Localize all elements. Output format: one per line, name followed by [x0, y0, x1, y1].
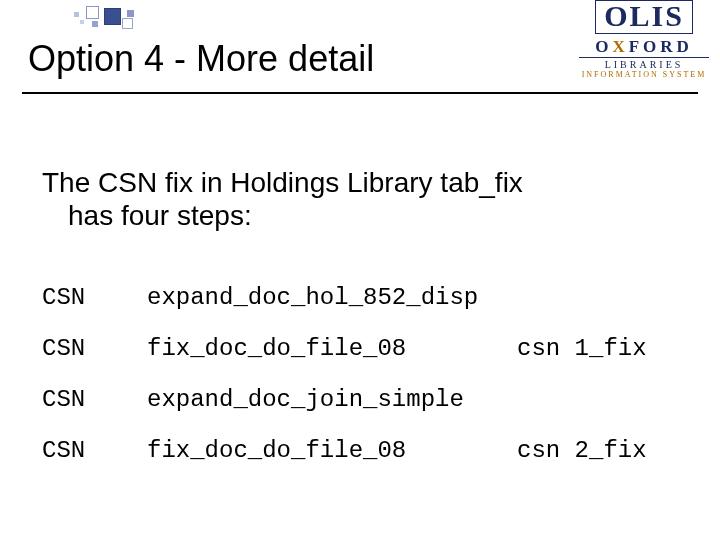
slide-title: Option 4 - More detail [28, 38, 374, 80]
deco-square [92, 21, 98, 27]
cell-csn: CSN [42, 323, 147, 374]
cell-param [517, 374, 687, 425]
logo-rule [579, 57, 709, 58]
title-underline [22, 92, 698, 94]
deco-square [104, 8, 121, 25]
cell-csn: CSN [42, 374, 147, 425]
logo-olis: OLIS [595, 0, 693, 34]
slide: OLIS OXFORD LIBRARIES INFORMATION SYSTEM… [0, 0, 720, 540]
cell-func: fix_doc_do_file_08 [147, 425, 517, 476]
logo-ox-rest: FORD [629, 37, 693, 56]
logo: OLIS OXFORD LIBRARIES INFORMATION SYSTEM [568, 0, 720, 79]
logo-ox-o: O [595, 37, 612, 56]
cell-param: csn 1_fix [517, 323, 687, 374]
deco-square [122, 18, 133, 29]
table-row: CSN fix_doc_do_file_08 csn 2_fix [42, 425, 687, 476]
table-row: CSN expand_doc_hol_852_disp [42, 272, 687, 323]
logo-sub1: LIBRARIES [568, 59, 720, 70]
table-row: CSN fix_doc_do_file_08 csn 1_fix [42, 323, 687, 374]
cell-param [517, 272, 687, 323]
decorative-squares [22, 6, 162, 36]
cell-param: csn 2_fix [517, 425, 687, 476]
steps-table: CSN expand_doc_hol_852_disp CSN fix_doc_… [42, 272, 687, 476]
cell-csn: CSN [42, 272, 147, 323]
cell-func: expand_doc_hol_852_disp [147, 272, 517, 323]
cell-func: fix_doc_do_file_08 [147, 323, 517, 374]
intro-line-1: The CSN fix in Holdings Library tab_fix [42, 166, 682, 199]
logo-sub2: INFORMATION SYSTEM [568, 70, 720, 79]
intro-text: The CSN fix in Holdings Library tab_fix … [42, 166, 682, 232]
deco-square [74, 12, 79, 17]
deco-square [86, 6, 99, 19]
table-row: CSN expand_doc_join_simple [42, 374, 687, 425]
deco-square [80, 20, 84, 24]
cell-func: expand_doc_join_simple [147, 374, 517, 425]
cell-csn: CSN [42, 425, 147, 476]
intro-line-2: has four steps: [42, 199, 682, 232]
deco-square [127, 10, 134, 17]
logo-ox-x: X [612, 37, 628, 56]
logo-oxford: OXFORD [568, 38, 720, 55]
